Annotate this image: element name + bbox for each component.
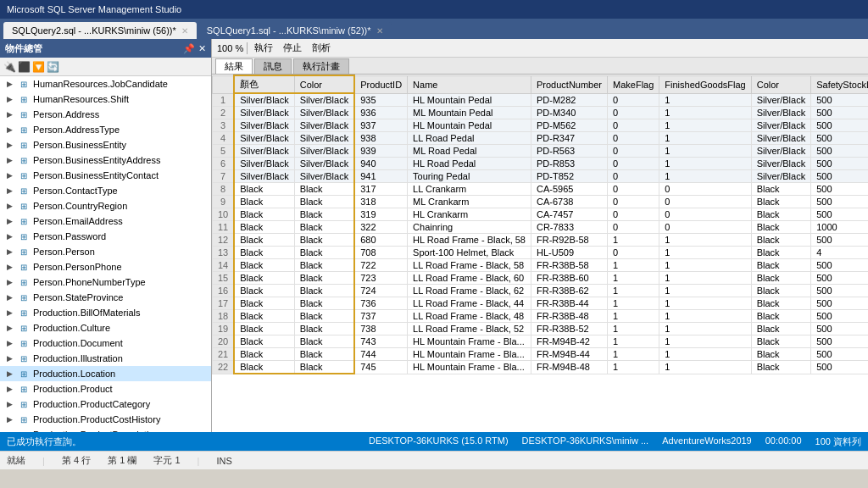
tree-item[interactable]: ▶ ⊞ Person.CountryRegion — [0, 198, 211, 214]
refresh-icon[interactable]: 🔄 — [47, 61, 59, 73]
tree-item[interactable]: ▶ ⊞ Person.StateProvince — [0, 290, 211, 305]
tree-item[interactable]: ▶ ⊞ Production.Culture — [0, 320, 211, 336]
results-tab-plan[interactable]: 執行計畫 — [293, 58, 349, 74]
execute-button[interactable]: 執行 — [251, 41, 276, 55]
table-cell: 500 — [811, 323, 868, 336]
table-cell: Silver/Black — [234, 132, 294, 145]
panel-header: 物件總管 📌 ✕ — [0, 39, 211, 58]
close-tab-query1-icon[interactable]: ✕ — [376, 26, 383, 36]
table-cell: 1 — [608, 323, 659, 336]
tree-item[interactable]: ▶ ⊞ Person.BusinessEntity — [0, 137, 211, 152]
tree-item[interactable]: ▶ ⊞ Person.Password — [0, 229, 211, 244]
tree-item[interactable]: ▶ ⊞ HumanResources.Shift — [0, 92, 211, 107]
table-cell: 500 — [811, 132, 868, 145]
tree-item-label: Person.BusinessEntity — [33, 140, 126, 150]
table-cell: LL Road Frame - Black, 60 — [408, 272, 531, 285]
table-icon: ⊞ — [17, 246, 31, 258]
table-cell: 936 — [354, 107, 407, 119]
results-tab-messages[interactable]: 訊息 — [254, 58, 292, 74]
tree-item[interactable]: ▶ ⊞ Production.ProductCategory — [0, 396, 211, 412]
table-cell: PD-R347 — [531, 132, 607, 145]
tree-item[interactable]: ▶ ⊞ Person.BusinessEntityContact — [0, 168, 211, 183]
tree-item[interactable]: ▶ ⊞ Production.Illustration — [0, 351, 211, 366]
tree-item[interactable]: ▶ ⊞ Person.BusinessEntityAddress — [0, 152, 211, 168]
table-cell: FR-R38B-44 — [531, 297, 607, 310]
disconnect-icon[interactable]: ⬛ — [18, 61, 31, 73]
table-icon: ⊞ — [17, 230, 31, 242]
table-row: 2Silver/BlackSilver/Black936ML Mountain … — [213, 107, 869, 119]
table-icon: ⊞ — [17, 413, 31, 425]
tree-expander: ▶ — [7, 80, 15, 88]
table-icon: ⊞ — [17, 429, 31, 432]
table-cell: 1 — [659, 132, 751, 145]
table-cell: 500 — [811, 310, 868, 323]
tree-item-label: Person.BusinessEntityAddress — [33, 155, 160, 165]
table-cell: 1 — [659, 323, 751, 336]
tree-item-label: Person.Address — [33, 109, 99, 119]
table-cell: PD-M562 — [531, 119, 607, 132]
table-cell: Touring Pedal — [408, 170, 531, 183]
connect-icon[interactable]: 🔌 — [3, 61, 16, 73]
tab-query2[interactable]: SQLQuery2.sql - ...KURKS\miniw (56))* ✕ — [3, 22, 197, 39]
results-container: 結果 訊息 執行計畫 顏色ColorProductIDNameProductNu… — [212, 58, 868, 432]
tab-query1[interactable]: SQLQuery1.sql - ...KURKS\miniw (52))* ✕ — [198, 22, 392, 39]
table-icon: ⊞ — [17, 337, 31, 349]
table-cell: Silver/Black — [294, 145, 354, 158]
filter-icon[interactable]: 🔽 — [32, 61, 45, 73]
table-cell: Black — [751, 208, 810, 221]
table-cell: 724 — [354, 285, 407, 297]
tree-item[interactable]: ▶ ⊞ Person.Address — [0, 107, 211, 122]
table-cell: Black — [234, 183, 294, 196]
tree-item-label: Person.EmailAddress — [33, 216, 123, 226]
data-grid-wrapper[interactable]: 顏色ColorProductIDNameProductNumberMakeFla… — [212, 75, 868, 432]
tree-item[interactable]: ▶ ⊞ Production.Product — [0, 381, 211, 396]
tree-item[interactable]: ▶ ⊞ Production.Location — [0, 366, 211, 381]
tree-item-label: Production.ProductCategory — [33, 399, 150, 409]
tree-item[interactable]: ▶ ⊞ HumanResources.JobCandidate — [0, 76, 211, 92]
close-tab-query2-icon[interactable]: ✕ — [181, 26, 188, 36]
tree-expander: ▶ — [7, 95, 15, 103]
tree-item[interactable]: ▶ ⊞ Person.EmailAddress — [0, 214, 211, 229]
table-cell: 4 — [811, 247, 868, 259]
close-panel-icon[interactable]: ✕ — [198, 43, 206, 54]
table-cell: Silver/Black — [294, 132, 354, 145]
table-cell: HL Mountain Frame - Bla... — [408, 336, 531, 348]
table-cell: 0 — [659, 221, 751, 234]
row-number: 21 — [213, 348, 235, 361]
row-num-header — [213, 75, 235, 93]
table-cell: Black — [294, 208, 354, 221]
zoom-label: 100 % — [217, 43, 243, 53]
tree-item[interactable]: ▶ ⊞ Production.BillOfMaterials — [0, 305, 211, 320]
table-cell: 1 — [659, 272, 751, 285]
table-cell: HL-U509 — [531, 247, 607, 259]
tree-item[interactable]: ▶ ⊞ Production.Document — [0, 336, 211, 351]
table-cell: 1 — [608, 234, 659, 247]
tree-expander: ▶ — [7, 369, 15, 378]
tree-item[interactable]: ▶ ⊞ Person.PhoneNumberType — [0, 274, 211, 290]
table-row: 9BlackBlack318ML CrankarmCA-673800Black5… — [213, 196, 869, 208]
table-cell: 1 — [659, 145, 751, 158]
table-cell: Black — [234, 348, 294, 361]
tree-item[interactable]: ▶ ⊞ Person.AddressType — [0, 122, 211, 137]
tree-item[interactable]: ▶ ⊞ Person.ContactType — [0, 183, 211, 198]
row-number: 5 — [213, 145, 235, 158]
left-panel: 物件總管 📌 ✕ 🔌 ⬛ 🔽 🔄 ▶ ⊞ HumanResources.JobC… — [0, 39, 212, 432]
tree-item[interactable]: ▶ ⊞ Production.ProductDescription — [0, 427, 211, 432]
table-cell: Black — [751, 310, 810, 323]
tree-item[interactable]: ▶ ⊞ Person.Person — [0, 244, 211, 259]
table-cell: 500 — [811, 208, 868, 221]
table-cell: Black — [751, 285, 810, 297]
pin-icon[interactable]: 📌 — [183, 43, 195, 54]
table-cell: Black — [294, 196, 354, 208]
column-header: MakeFlag — [608, 75, 659, 93]
tree-expander: ▶ — [7, 202, 15, 210]
parse-button[interactable]: 剖析 — [309, 41, 334, 55]
stop-button[interactable]: 停止 — [280, 41, 305, 55]
results-tab-results[interactable]: 結果 — [215, 58, 253, 74]
tree-expander: ▶ — [7, 217, 15, 225]
table-cell: Black — [294, 285, 354, 297]
table-cell: 1 — [608, 310, 659, 323]
table-cell: 938 — [354, 132, 407, 145]
tree-item[interactable]: ▶ ⊞ Person.PersonPhone — [0, 259, 211, 274]
tree-item[interactable]: ▶ ⊞ Production.ProductCostHistory — [0, 412, 211, 427]
